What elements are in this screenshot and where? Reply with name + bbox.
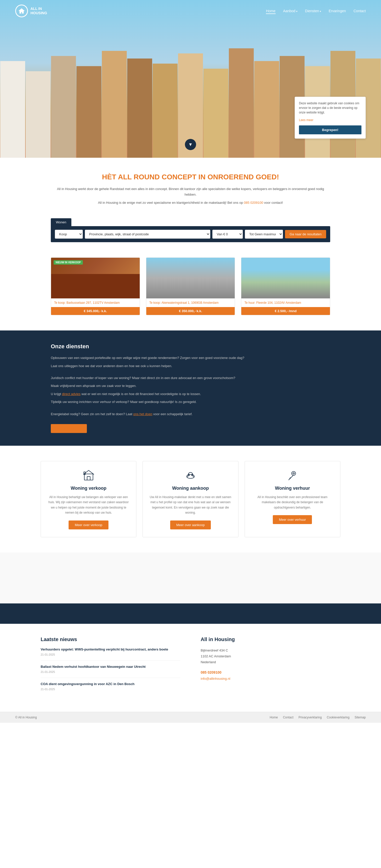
news-link-3[interactable]: COA dient omgevingsvergunning in voor AZ… [41, 682, 180, 686]
building-11 [254, 61, 279, 158]
svg-rect-0 [84, 474, 93, 480]
svg-rect-1 [87, 476, 90, 480]
copyright: © All in Housing [15, 716, 37, 719]
building-10 [229, 48, 254, 158]
concept-paragraph-1: All in Housing werkt door de gehele Rand… [51, 186, 330, 197]
service-card-verkoop-title: Woning verkoop [47, 486, 130, 491]
listings-grid: NIEUW IN VERKOOP Te koop: Barbusselaan 2… [51, 257, 330, 315]
concept-paragraph-2: All in Housing is de enige met zo veel s… [51, 200, 330, 206]
search-location-select[interactable]: Provincie, plaats, wijk, straat of postc… [85, 230, 210, 239]
service-cards-grid: Woning verkoop All in Housing behartigt … [41, 461, 340, 537]
hero-section: ▼ Deze website maakt gebruik van cookies… [0, 0, 381, 158]
company-email: info@allinhousing.nl [201, 676, 340, 682]
search-price-from-select[interactable]: Van € 0 [212, 230, 243, 239]
building-5 [102, 51, 127, 158]
services-paragraph-7: Energielabel nodig? Geen zin om het zelf… [51, 411, 330, 417]
news-item: Verhuurders opgelet: WWS-puntentelling v… [41, 647, 180, 661]
building-3 [51, 56, 76, 158]
services-paragraph-6: Tijdelijk uw woning inrichten voor verhu… [51, 399, 330, 405]
footer-link-contact[interactable]: Contact [283, 716, 293, 719]
service-card-verhuur: Woning verhuur All in Housing beschikt o… [245, 461, 340, 537]
latest-news-heading: Laatste nieuws [41, 637, 180, 642]
company-info-heading: All in Housing [201, 637, 340, 642]
building-6 [127, 59, 152, 158]
nav-item-ervaringen[interactable]: Ervaringen [329, 9, 346, 13]
sell-icon [47, 469, 130, 482]
news-link-2[interactable]: Ballast Nedem verhuist hoofdkantoor van … [41, 665, 180, 669]
service-card-aankoop: Woning aankoop Uw All in Housing-makelaa… [142, 461, 238, 537]
svg-point-8 [293, 473, 295, 474]
bottom-bar: © All in Housing Home Contact Privacyver… [0, 712, 381, 723]
buy-icon [149, 469, 232, 482]
cookie-learn-more-link[interactable]: Lees meer [299, 118, 313, 122]
meer-over-aankoop-button[interactable]: Meer over aankoop [170, 521, 211, 529]
news-date-3: 21-01-2025 [41, 688, 55, 691]
concept-phone-link[interactable]: 085 0209100 [244, 201, 263, 205]
nav-item-aanbod[interactable]: Aanbod▾ [283, 9, 298, 13]
listing-title-3[interactable]: Te huur: Fleerde 104, 1102AV Amsterdam [244, 301, 327, 305]
services-dark-section: Onze diensten Opbouwen van een vastgoed … [0, 331, 381, 446]
footer-link-privacy[interactable]: Privacyverklaring [299, 716, 321, 719]
cookie-text: Deze website maakt gebruik van cookies o… [299, 101, 361, 115]
listing-badge-1: NIEUW IN VERKOOP [54, 260, 83, 265]
listing-image-2 [146, 258, 235, 299]
listing-price-3: € 2.500,- /mnd [241, 307, 330, 315]
listing-price-1: € 345.000,- k.k. [51, 307, 140, 315]
listing-image-1: NIEUW IN VERKOOP [51, 258, 140, 299]
listing-image-3 [241, 258, 330, 299]
company-address: Bijlmerdreef 434 C 1102 AC Amsterdam Ned… [201, 647, 340, 665]
meer-over-verhuur-button[interactable]: Meer over verhuur [273, 515, 312, 524]
logo-text: ALL IN HOUSING [31, 7, 47, 15]
company-email-link[interactable]: info@allinhousing.nl [201, 677, 230, 681]
service-card-verhuur-text: All in Housing beschikt over een profess… [251, 495, 334, 510]
aanbod-dropdown-icon: ▾ [296, 10, 298, 13]
concept-heading: HÈT ALL ROUND CONCEPT IN ONROEREND GOED! [51, 173, 330, 181]
service-card-aankoop-title: Woning aankoop [149, 486, 232, 491]
neem-contact-op-button[interactable]: Neem contact op [51, 424, 87, 433]
news-date-1: 21-01-2025 [41, 653, 55, 656]
services-paragraph-3: Juridisch conflict met huurder of koper … [51, 375, 330, 381]
scroll-down-button[interactable]: ▼ [185, 139, 196, 150]
listing-card: NIEUW IN VERKOOP Te koop: Barbusselaan 2… [51, 257, 140, 315]
search-bar-container: Wonen Koop Huur Provincie, plaats, wijk,… [0, 218, 381, 252]
nav-item-diensten[interactable]: Diensten▾ [305, 9, 321, 13]
search-form: Koop Huur Provincie, plaats, wijk, straa… [51, 226, 330, 242]
news-item: Ballast Nedem verhuist hoofdkantoor van … [41, 665, 180, 678]
search-price-to-select[interactable]: Tot Geen maximum [245, 230, 283, 239]
news-date-2: 21-01-2025 [41, 670, 55, 673]
nav-item-contact[interactable]: Contact [353, 9, 366, 13]
service-card-verkoop: Woning verkoop All in Housing behartigt … [41, 461, 136, 537]
building-2 [26, 71, 50, 158]
ons-het-doen-link[interactable]: ons het doen [133, 412, 152, 416]
services-dark-heading: Onze diensten [51, 343, 330, 350]
footer-link-home[interactable]: Home [270, 716, 278, 719]
service-cards-section: Woning verkoop All in Housing behartigt … [0, 446, 381, 553]
footer-link-cookies[interactable]: Cookieverklaring [327, 716, 349, 719]
rent-icon [251, 469, 334, 482]
service-card-verhuur-title: Woning verhuur [251, 486, 334, 491]
meer-over-verkoop-button[interactable]: Meer over verkoop [69, 521, 108, 529]
search-submit-button[interactable]: Ga naar de resultaten [285, 230, 326, 238]
cookie-accept-button[interactable]: Begrepen! [299, 125, 361, 134]
news-link-1[interactable]: Verhuurders opgelet: WWS-puntentelling v… [41, 647, 180, 651]
listing-title-2[interactable]: Te koop: Akerwateringstraat 1, 1069GB Am… [149, 301, 232, 305]
direct-advies-link[interactable]: direct advies [62, 392, 80, 396]
footer-news-section: Laatste nieuws Verhuurders opgelet: WWS-… [0, 624, 381, 712]
listing-card: Te huur: Fleerde 104, 1102AV Amsterdam €… [241, 257, 330, 315]
nav-links: Home Aanbod▾ Diensten▾ Ervaringen Contac… [266, 9, 366, 13]
footer-links: Home Contact Privacyverklaring Cookiever… [270, 716, 366, 719]
cookie-banner: Deze website maakt gebruik van cookies o… [295, 97, 366, 138]
listing-card: Te koop: Akerwateringstraat 1, 1069GB Am… [146, 257, 235, 315]
services-paragraph-1: Opbouwen van een vastgoed portefeuille o… [51, 355, 330, 361]
logo[interactable]: ALL IN HOUSING [15, 5, 47, 17]
nav-item-home[interactable]: Home [266, 9, 275, 13]
search-tab-wonen[interactable]: Wonen [51, 218, 71, 226]
listing-title-1[interactable]: Te koop: Barbusselaan 297, 1102TV Amster… [54, 301, 137, 305]
footer-link-sitemap[interactable]: Sitemap [355, 716, 366, 719]
services-paragraph-4: Maak vrijblijvend een afspraak om uw zaa… [51, 383, 330, 389]
service-card-verkoop-text: All in Housing behartigt uw belangen als… [47, 495, 130, 516]
building-9 [203, 69, 228, 158]
search-type-select[interactable]: Koop Huur [55, 230, 83, 239]
diensten-dropdown-icon: ▾ [320, 10, 321, 13]
testimonial-section [0, 553, 381, 603]
